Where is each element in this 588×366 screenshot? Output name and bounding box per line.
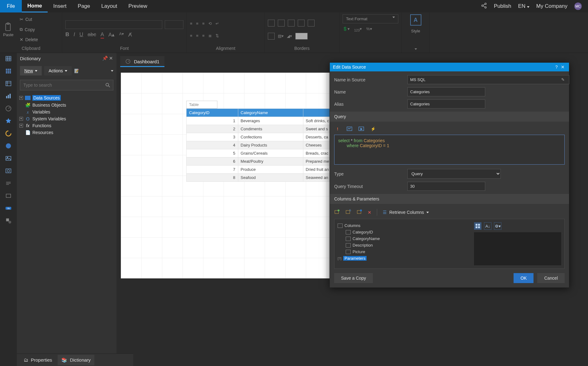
pivot-tool-icon[interactable] [5, 80, 12, 87]
avatar[interactable]: MC [574, 2, 582, 10]
border-bottom-icon[interactable] [268, 33, 275, 40]
tree-system-variables[interactable]: +⌬System Variables [19, 115, 115, 122]
align-right-icon[interactable]: ≡ [202, 33, 205, 38]
align-top-left-icon[interactable]: ≡ [190, 21, 192, 26]
ribbon-expand-icon[interactable] [415, 48, 417, 50]
publish-button[interactable]: Publish [494, 3, 511, 9]
new-column-icon[interactable] [334, 209, 340, 216]
cancel-button[interactable]: Cancel [537, 273, 565, 283]
new-param-icon[interactable] [357, 209, 362, 216]
column-categoryname[interactable]: CategoryName [338, 235, 474, 242]
shrink-font-button[interactable]: A▾ [119, 31, 124, 39]
chart-tool-icon[interactable] [5, 92, 12, 100]
text-tool-icon[interactable] [5, 180, 12, 187]
tree-resources[interactable]: +📄Resources [19, 129, 115, 136]
edit-source-icon[interactable]: ✎ [561, 77, 565, 82]
text-format-select[interactable]: Text Format [343, 14, 398, 23]
star-tool-icon[interactable] [5, 117, 12, 125]
edit-item-icon[interactable]: 📝 [74, 69, 79, 73]
align-justify-icon[interactable]: ≣ [208, 33, 212, 38]
region-map-tool-icon[interactable] [5, 167, 12, 175]
delete-button[interactable]: ✕Delete [17, 36, 40, 44]
online-map-tool-icon[interactable] [5, 142, 12, 150]
table-tool-icon[interactable] [5, 55, 12, 62]
view-grid-icon[interactable] [474, 222, 481, 230]
search-input[interactable] [20, 80, 102, 90]
save-copy-button[interactable]: Save a Copy [334, 273, 373, 283]
error-icon[interactable]: ! [335, 126, 340, 132]
shape-tool-icon[interactable] [5, 217, 12, 224]
run-query-icon[interactable] [358, 126, 364, 132]
progress-tool-icon[interactable] [5, 130, 12, 137]
name-input[interactable] [407, 87, 485, 96]
tree-variables[interactable]: +𝑥Variables [19, 108, 115, 115]
column-picture[interactable]: Picture [338, 248, 474, 255]
alias-input[interactable] [407, 99, 485, 108]
actions-dropdown[interactable]: Actions [44, 66, 72, 75]
new-calc-column-icon[interactable]: fx [345, 209, 351, 216]
line-spacing-icon[interactable]: ⇅ [216, 33, 219, 38]
tab-insert[interactable]: Insert [48, 0, 72, 12]
align-top-right-icon[interactable]: ≡ [202, 21, 205, 26]
fill-color[interactable] [295, 33, 308, 40]
italic-button[interactable]: I [74, 31, 75, 39]
border-left-icon[interactable] [288, 20, 295, 26]
word-wrap-icon[interactable]: ↵ [216, 21, 219, 26]
bold-button[interactable]: B [65, 31, 69, 39]
delete-column-icon[interactable]: ✕ [368, 210, 371, 215]
properties-tab[interactable]: 🗂Properties [20, 355, 56, 365]
tree-business-objects[interactable]: +🧩Business Objects [19, 102, 115, 108]
percent-icon[interactable]: %▾ [366, 26, 372, 32]
company-name[interactable]: My Company [536, 3, 567, 9]
dictionary-search[interactable] [20, 80, 113, 90]
copy-button[interactable]: ⧉Copy [17, 25, 40, 34]
share-icon[interactable] [481, 2, 487, 10]
underline-button[interactable]: U [79, 31, 83, 39]
sort-icon[interactable]: A↓ [484, 222, 491, 230]
paste-button[interactable]: Paste [3, 22, 13, 37]
align-left-icon[interactable]: ≡ [190, 33, 192, 38]
tree-data-sources[interactable]: +Data Sources [19, 94, 115, 102]
panel-menu-icon[interactable] [111, 70, 113, 72]
align-top-center-icon[interactable]: ≡ [196, 21, 199, 26]
file-menu[interactable]: File [0, 0, 22, 12]
font-size-select[interactable] [165, 20, 183, 29]
border-all-icon[interactable] [268, 20, 275, 26]
font-family-select[interactable] [65, 20, 162, 29]
column-description[interactable]: Description [338, 242, 474, 248]
grow-font-button[interactable]: A▴ [108, 31, 115, 39]
gear-icon[interactable]: ⚙▾ [494, 222, 501, 230]
language-selector[interactable]: EN [518, 3, 529, 9]
shadow-icon[interactable]: ▧▾ [278, 34, 284, 38]
tree-functions[interactable]: +fxFunctions [19, 122, 115, 129]
fill-icon[interactable]: ◢▾ [287, 34, 292, 38]
column-categoryid[interactable]: CategoryID [338, 229, 474, 235]
pin-icon[interactable]: 📌 [102, 55, 107, 61]
close-panel-icon[interactable]: ✕ [109, 55, 113, 61]
parameters-node[interactable]: [?]Parameters [338, 255, 474, 262]
panel-tool-icon[interactable] [5, 192, 12, 200]
lightning-icon[interactable]: ⚡ [370, 126, 376, 132]
align-center-icon[interactable]: ≡ [196, 33, 199, 38]
border-right-icon[interactable] [298, 20, 305, 26]
style-button[interactable]: A [410, 14, 421, 26]
tab-home[interactable]: Home [22, 0, 48, 12]
tab-layout[interactable]: Layout [96, 0, 123, 12]
border-top-icon[interactable] [308, 20, 315, 26]
image-tool-icon[interactable] [5, 155, 12, 162]
dashboard-page-tab[interactable]: Dashboard1 [120, 56, 164, 67]
tab-preview[interactable]: Preview [123, 0, 153, 12]
timeout-input[interactable] [407, 182, 485, 191]
strike-button[interactable]: abc [88, 31, 96, 39]
gauge-tool-icon[interactable] [5, 105, 12, 112]
view-query-icon[interactable] [347, 126, 352, 132]
grid-tool-icon[interactable] [5, 67, 12, 75]
font-color-button[interactable]: A [101, 31, 104, 39]
rotate-icon[interactable]: ⟲ [208, 21, 212, 26]
retrieve-columns-button[interactable]: ☰ Retrieve Columns [383, 210, 429, 215]
currency-icon[interactable]: 💲▾ [343, 26, 350, 32]
dictionary-tab[interactable]: 📚Dictionary [58, 355, 94, 365]
sql-editor[interactable]: select * from Categories where CategoryI… [334, 135, 565, 165]
new-dropdown[interactable]: New [20, 66, 42, 75]
type-select[interactable]: Query [407, 169, 501, 179]
